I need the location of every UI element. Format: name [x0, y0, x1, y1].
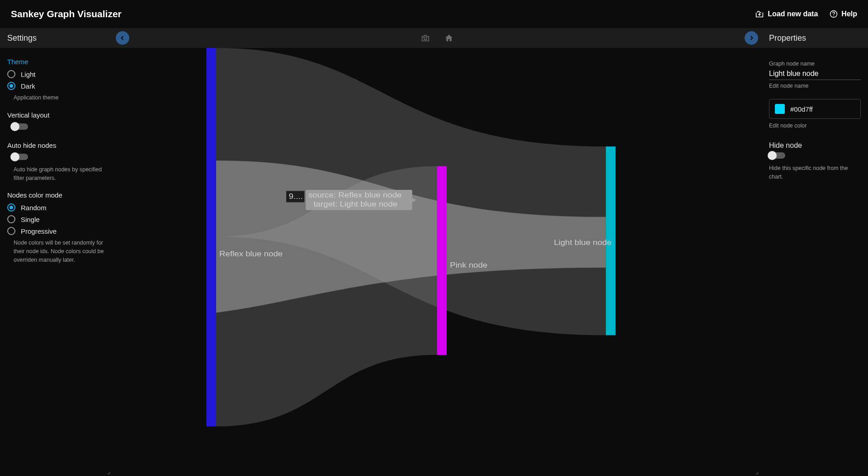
help-button[interactable]: Help	[830, 10, 857, 18]
color-mode-random-label: Random	[21, 204, 47, 212]
hide-node-label: Hide node	[769, 141, 861, 150]
radio-icon	[7, 215, 15, 223]
load-new-data-button[interactable]: Load new data	[755, 10, 818, 18]
tooltip-value: 9....	[289, 192, 303, 201]
color-swatch	[775, 104, 785, 114]
radio-icon	[7, 227, 15, 235]
sankey-node-reflex-blue[interactable]	[206, 48, 216, 426]
canvas-toolbar	[112, 28, 762, 48]
collapse-left-button[interactable]	[116, 31, 129, 45]
properties-panel: Properties Graph node name Edit node nam…	[762, 28, 868, 476]
edit-node-name-hint: Edit node name	[769, 83, 861, 89]
home-icon[interactable]	[444, 34, 453, 42]
tooltip-line-1: source: Reflex blue node	[308, 191, 401, 200]
theme-light-option[interactable]: Light	[7, 70, 105, 78]
chevron-right-icon	[749, 35, 754, 41]
color-mode-single-option[interactable]: Single	[7, 215, 105, 223]
sankey-canvas[interactable]: Reflex blue node Pink node Light blue no…	[112, 48, 762, 476]
app-title: Sankey Graph Visualizer	[11, 9, 122, 19]
auto-hide-toggle[interactable]	[12, 154, 28, 160]
theme-dark-label: Dark	[21, 82, 35, 90]
node-name-input[interactable]	[769, 68, 861, 80]
auto-hide-label: Auto hide nodes	[7, 141, 105, 149]
theme-dark-option[interactable]: Dark	[7, 82, 105, 90]
chart-pane: Reflex blue node Pink node Light blue no…	[112, 28, 762, 476]
radio-icon	[7, 203, 15, 212]
hide-node-help: Hide this specific node from the chart.	[769, 164, 861, 181]
sankey-node-pink[interactable]	[437, 166, 447, 355]
node-label: Light blue node	[554, 238, 612, 247]
color-mode-single-label: Single	[21, 216, 40, 223]
radio-icon	[7, 70, 15, 78]
node-label: Pink node	[450, 261, 487, 269]
color-mode-progressive-label: Progressive	[21, 227, 57, 235]
properties-header: Properties	[762, 28, 868, 48]
settings-header: Settings	[0, 28, 112, 48]
theme-help-text: Application theme	[14, 94, 105, 102]
color-mode-help-text: Node colors will be set randomly for the…	[14, 239, 105, 264]
collapse-right-button[interactable]	[745, 31, 758, 45]
svg-point-2	[424, 37, 427, 40]
tooltip-line-2: target: Light blue node	[313, 200, 397, 209]
camera-icon[interactable]	[421, 34, 430, 42]
color-hex-text: #00d7ff	[790, 105, 813, 113]
node-name-label: Graph node name	[769, 61, 861, 67]
help-label: Help	[841, 10, 857, 18]
hide-node-toggle[interactable]	[769, 152, 785, 159]
edit-node-color-hint: Edit node color	[769, 123, 861, 129]
auto-hide-help-text: Auto hide graph nodes by specified filte…	[14, 165, 105, 183]
color-mode-label: Nodes color mode	[7, 191, 105, 199]
help-icon	[830, 10, 838, 18]
svg-point-1	[834, 16, 835, 17]
theme-light-label: Light	[21, 71, 36, 78]
resize-grip-icon[interactable]: ⌟	[755, 468, 759, 475]
topbar-actions: Load new data Help	[755, 10, 857, 18]
vertical-layout-label: Vertical layout	[7, 111, 105, 119]
chevron-left-icon	[120, 35, 125, 41]
resize-grip-icon[interactable]: ⌟	[107, 468, 110, 475]
theme-section-label: Theme	[7, 58, 105, 66]
color-mode-progressive-option[interactable]: Progressive	[7, 227, 105, 235]
settings-panel: Settings Theme Light Dark Application th…	[0, 28, 112, 476]
node-label: Reflex blue node	[219, 250, 283, 258]
load-data-icon	[755, 10, 764, 18]
vertical-layout-toggle[interactable]	[12, 123, 28, 130]
radio-icon	[7, 82, 15, 90]
node-color-field[interactable]: #00d7ff	[769, 99, 861, 119]
color-mode-random-option[interactable]: Random	[7, 203, 105, 212]
load-new-data-label: Load new data	[768, 10, 818, 18]
